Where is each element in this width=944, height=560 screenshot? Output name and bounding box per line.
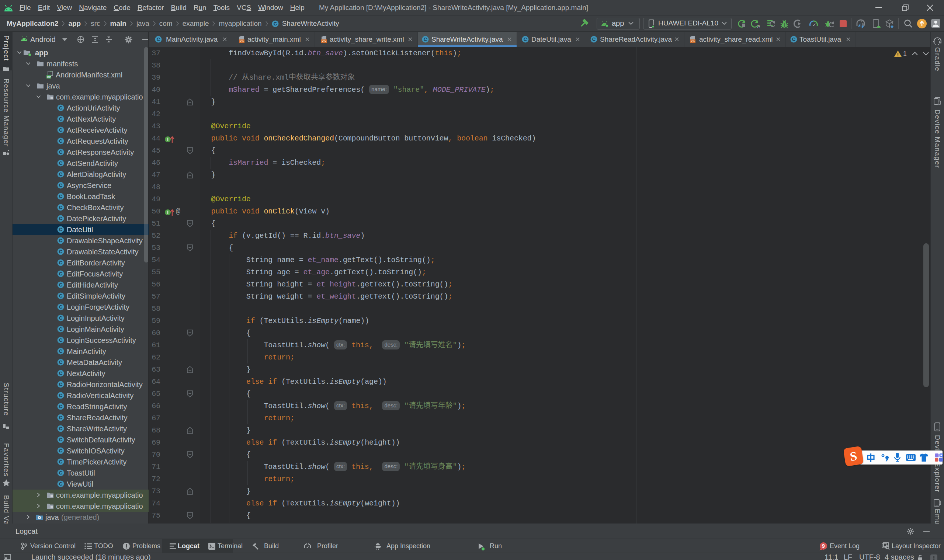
svg-text:<>: <>	[240, 40, 244, 43]
svg-text:C: C	[59, 470, 63, 475]
svg-text:C: C	[524, 37, 527, 42]
svg-text:9: 9	[822, 543, 825, 549]
svg-text:C: C	[59, 149, 63, 155]
svg-text:C: C	[59, 404, 63, 409]
svg-text:C: C	[59, 426, 63, 431]
svg-text:C: C	[59, 271, 63, 277]
svg-text:C: C	[59, 216, 63, 221]
svg-text:C: C	[59, 360, 63, 365]
svg-text:C: C	[59, 227, 63, 232]
svg-text:C: C	[59, 304, 63, 310]
svg-text:C: C	[59, 348, 63, 354]
svg-text:C: C	[59, 481, 63, 487]
svg-text:C: C	[59, 437, 63, 442]
svg-text:C: C	[59, 205, 63, 210]
svg-text:C: C	[59, 260, 63, 265]
svg-text:C: C	[59, 138, 63, 144]
svg-text:MF: MF	[47, 75, 51, 79]
svg-text:C: C	[157, 37, 160, 42]
svg-text:C: C	[59, 282, 63, 288]
svg-text:C: C	[59, 392, 63, 398]
svg-text:C: C	[59, 448, 63, 454]
svg-text:<>: <>	[322, 40, 326, 43]
svg-text:C: C	[59, 183, 63, 188]
svg-text:C: C	[59, 194, 63, 199]
svg-text:C: C	[59, 105, 63, 111]
svg-text:C: C	[59, 293, 63, 298]
svg-text:<>: <>	[691, 40, 695, 43]
svg-text:C: C	[59, 315, 63, 321]
svg-text:C: C	[59, 337, 63, 343]
svg-text:C: C	[59, 127, 63, 133]
svg-text:C: C	[59, 382, 63, 387]
svg-text:A: A	[757, 24, 760, 28]
svg-text:C: C	[273, 21, 277, 26]
svg-text:C: C	[59, 116, 63, 122]
svg-text:C: C	[59, 459, 63, 465]
svg-text:C: C	[59, 238, 63, 243]
svg-text:C: C	[59, 326, 63, 332]
svg-text:C: C	[424, 37, 427, 42]
svg-text:C: C	[592, 37, 596, 42]
svg-text:C: C	[59, 171, 63, 177]
svg-text:C: C	[59, 415, 63, 420]
svg-text:C: C	[59, 160, 63, 166]
svg-text:C: C	[59, 249, 63, 254]
svg-text:C: C	[792, 37, 796, 42]
svg-text:C: C	[59, 371, 63, 376]
